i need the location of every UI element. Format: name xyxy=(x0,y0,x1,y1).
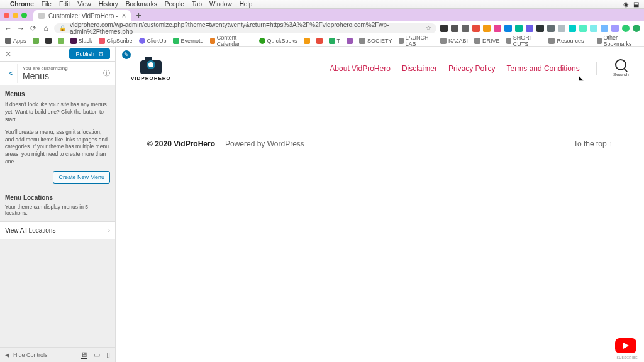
edit-shortcut-icon[interactable]: ✎ xyxy=(122,50,131,59)
chevron-right-icon: › xyxy=(108,227,110,234)
hide-controls-label[interactable]: Hide Controls xyxy=(13,352,48,358)
close-customizer-icon[interactable]: ✕ xyxy=(5,50,11,58)
forward-icon[interactable]: → xyxy=(16,24,25,33)
ext-icon[interactable] xyxy=(611,25,619,32)
ext-icon[interactable] xyxy=(504,25,512,32)
site-logo[interactable]: ✎ VIDPROHERO xyxy=(131,55,171,81)
ext-icon[interactable] xyxy=(462,25,469,32)
tab-close-icon[interactable]: × xyxy=(121,12,126,19)
bookmark-clickup[interactable]: ClickUp xyxy=(139,38,167,44)
bookmark-slack[interactable]: Slack xyxy=(70,38,92,44)
traffic-lights[interactable] xyxy=(4,13,27,18)
search-label: Search xyxy=(613,72,629,77)
window-max[interactable] xyxy=(21,13,27,18)
browser-tab[interactable]: Customize: VidProHero - × xyxy=(33,10,131,21)
ext-icon[interactable] xyxy=(472,25,480,32)
extension-icons xyxy=(440,25,640,32)
menu-view[interactable]: View xyxy=(77,1,91,8)
nav-disclaimer[interactable]: Disclaimer xyxy=(402,64,437,73)
help-icon[interactable]: ⓘ xyxy=(103,69,110,78)
publish-button[interactable]: Publish ⚙ xyxy=(69,48,110,59)
site-preview: ✎ VIDPROHERO About VidProHero Disclaimer… xyxy=(116,47,644,362)
other-bookmarks[interactable]: Other Bookmarks xyxy=(597,35,640,47)
bookmark-item[interactable] xyxy=(33,38,39,44)
menu-bookmarks[interactable]: Bookmarks xyxy=(126,1,157,8)
bookmark-evernote[interactable]: Evernote xyxy=(173,38,204,44)
lock-icon: 🔒 xyxy=(59,25,66,31)
profile-icon[interactable] xyxy=(622,25,630,32)
bookmark-shortcuts[interactable]: SHORT CUTS xyxy=(506,35,543,47)
search-toggle[interactable]: Search xyxy=(613,59,629,77)
ext-icon[interactable] xyxy=(494,25,501,32)
bookmark-drive[interactable]: DRIVE xyxy=(474,38,500,44)
menu-tab[interactable]: Tab xyxy=(192,1,202,8)
bookmark-kajabi[interactable]: KAJABI xyxy=(440,38,468,44)
to-the-top-link[interactable]: To the top ↑ xyxy=(574,140,613,148)
create-new-menu-button[interactable]: Create New Menu xyxy=(53,171,110,184)
youtube-subscribe-button[interactable] xyxy=(615,338,636,353)
bookmark-item[interactable] xyxy=(316,38,323,44)
ext-icon[interactable] xyxy=(451,25,458,32)
menu-window[interactable]: Window xyxy=(209,1,232,8)
footer-powered[interactable]: Powered by WordPress xyxy=(225,140,304,148)
ext-icon[interactable] xyxy=(526,25,533,32)
nav-separator xyxy=(596,62,597,75)
nav-terms[interactable]: Terms and Conditions xyxy=(507,64,580,73)
ext-icon[interactable] xyxy=(440,25,448,32)
bookmark-content-calendar[interactable]: Content Calendar xyxy=(210,35,253,47)
menu-edit[interactable]: Edit xyxy=(59,1,70,8)
ext-icon[interactable] xyxy=(590,25,597,32)
menubar-dropbox-icon[interactable]: ⬓ xyxy=(633,1,639,8)
menu-help[interactable]: Help xyxy=(240,1,253,8)
device-tablet-icon[interactable]: ▭ xyxy=(94,351,100,359)
bookmark-item[interactable] xyxy=(45,38,52,44)
device-desktop-icon[interactable]: 🖥 xyxy=(80,351,87,359)
address-bar[interactable]: 🔒 vidprohero.com/wp-admin/customize.php?… xyxy=(54,23,436,33)
customizer-topbar: ✕ Publish ⚙ xyxy=(0,47,115,62)
new-tab-button[interactable]: + xyxy=(136,10,141,20)
view-all-label: View All Locations xyxy=(5,227,55,234)
bookmark-launchlab[interactable]: LAUNCH LAB xyxy=(399,35,435,47)
bookmark-quickbooks[interactable]: QuickBooks xyxy=(259,38,297,44)
ext-icon[interactable] xyxy=(536,25,544,32)
bookmark-society[interactable]: SOCIETY xyxy=(359,38,392,44)
view-all-locations-button[interactable]: View All Locations › xyxy=(0,221,115,239)
window-min[interactable] xyxy=(13,13,18,18)
nav-privacy[interactable]: Privacy Policy xyxy=(448,64,496,73)
star-icon[interactable]: ☆ xyxy=(426,25,431,31)
bookmark-item[interactable] xyxy=(304,38,310,44)
bookmark-resources[interactable]: Resources xyxy=(548,38,584,44)
collapse-icon[interactable]: ◀ xyxy=(5,352,9,358)
window-close[interactable] xyxy=(4,13,9,18)
menu-history[interactable]: History xyxy=(99,1,118,8)
bookmark-clipscribe[interactable]: ClipScribe xyxy=(99,38,133,44)
ext-icon[interactable] xyxy=(558,25,565,32)
menubar-loom-icon[interactable]: ◉ xyxy=(623,1,629,8)
menubar-app[interactable]: Chrome xyxy=(10,1,34,8)
bookmark-apps[interactable]: Apps xyxy=(5,38,26,44)
menu-locations-panel: Menu Locations Your theme can display me… xyxy=(0,189,115,221)
bookmark-item[interactable] xyxy=(347,38,353,44)
home-icon[interactable]: ⌂ xyxy=(42,24,50,33)
nav-about[interactable]: About VidProHero xyxy=(330,64,391,73)
ext-icon[interactable] xyxy=(515,25,523,32)
reload-icon[interactable]: ⟳ xyxy=(29,24,38,33)
ext-icon[interactable] xyxy=(633,25,640,32)
cursor-icon: ◣ xyxy=(579,74,584,81)
menu-file[interactable]: File xyxy=(42,1,52,8)
menu-people[interactable]: People xyxy=(165,1,184,8)
device-mobile-icon[interactable]: ▯ xyxy=(106,351,110,359)
bookmark-t[interactable]: T xyxy=(329,38,341,44)
publish-gear-icon[interactable]: ⚙ xyxy=(98,50,104,57)
bookmark-item[interactable] xyxy=(58,38,64,44)
back-section-button[interactable]: < xyxy=(5,64,18,83)
ext-icon[interactable] xyxy=(579,25,587,32)
ext-icon[interactable] xyxy=(483,25,491,32)
ext-icon[interactable] xyxy=(601,25,608,32)
back-icon[interactable]: ← xyxy=(4,24,13,33)
search-icon xyxy=(615,59,626,70)
ext-icon[interactable] xyxy=(569,25,576,32)
preview-footer: © 2020 VidProHero Powered by WordPress T… xyxy=(116,128,644,160)
browser-tabstrip: Customize: VidProHero - × + xyxy=(0,9,644,21)
ext-icon[interactable] xyxy=(547,25,555,32)
